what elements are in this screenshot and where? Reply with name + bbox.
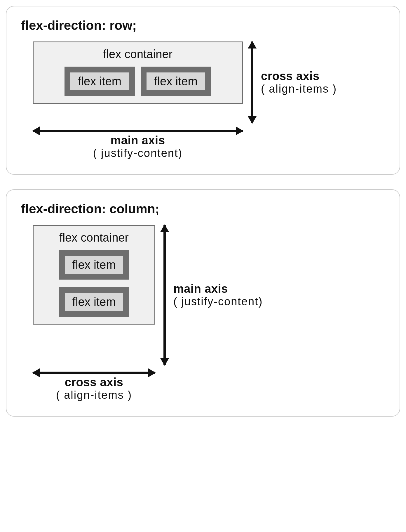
flex-item: flex item <box>141 67 211 96</box>
row-diagram: flex container flex item flex item cross… <box>21 41 385 123</box>
cross-axis-title: cross axis <box>261 70 337 83</box>
main-axis-arrow-icon <box>163 225 166 365</box>
main-axis-sub: ( justify-content) <box>33 147 243 160</box>
cross-axis-title: cross axis <box>33 376 155 389</box>
cross-axis-arrow-icon <box>251 41 253 123</box>
column-diagram: flex container flex item flex item main … <box>21 225 385 365</box>
cross-axis-label-block: cross axis ( align-items ) <box>261 41 337 123</box>
flex-item: flex item <box>59 250 129 280</box>
cross-axis-sub: ( align-items ) <box>261 83 337 95</box>
main-axis-block: main axis ( justify-content) <box>33 130 243 160</box>
flex-item: flex item <box>65 67 135 96</box>
flex-item-label: flex item <box>64 255 124 274</box>
items-row: flex item flex item <box>39 67 236 96</box>
container-label: flex container <box>39 48 236 61</box>
cross-axis-label-block: cross axis ( align-items ) <box>33 376 155 401</box>
container-label: flex container <box>39 231 149 244</box>
panel-column: flex-direction: column; flex container f… <box>6 189 400 417</box>
items-column: flex item flex item <box>39 250 149 317</box>
flex-item-label: flex item <box>70 72 130 91</box>
cross-axis-sub: ( align-items ) <box>33 389 155 401</box>
panel-row: flex-direction: row; flex container flex… <box>6 6 400 175</box>
main-axis-arrow-icon <box>33 130 243 132</box>
cross-axis-arrow-icon <box>33 372 155 374</box>
flex-container-row: flex container flex item flex item <box>33 41 243 104</box>
main-axis-title: main axis <box>173 282 263 295</box>
main-axis-sub: ( justify-content) <box>173 295 263 308</box>
flex-item: flex item <box>59 287 129 317</box>
cross-axis-block: cross axis ( align-items ) <box>33 372 155 401</box>
main-axis-label-block: main axis ( justify-content) <box>33 134 243 160</box>
main-axis-label-block: main axis ( justify-content) <box>173 225 263 365</box>
panel-title: flex-direction: row; <box>21 18 385 33</box>
flex-item-label: flex item <box>64 292 124 311</box>
main-axis-title: main axis <box>33 134 243 147</box>
panel-title: flex-direction: column; <box>21 202 385 216</box>
flex-item-label: flex item <box>146 72 206 91</box>
flex-container-column: flex container flex item flex item <box>33 225 155 325</box>
